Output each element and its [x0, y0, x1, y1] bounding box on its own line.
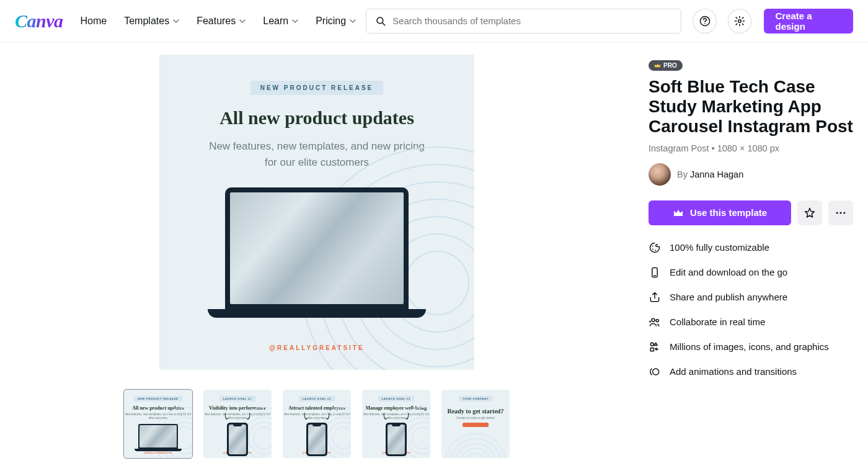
logo[interactable]: Canva — [15, 11, 63, 32]
chevron-down-icon — [173, 18, 179, 24]
preview-pill: NEW PRODUCT RELEASE — [250, 81, 384, 95]
laptop-mockup — [225, 187, 409, 318]
chevron-down-icon — [239, 18, 246, 24]
feature-animations: Add animations and transitions — [649, 366, 853, 378]
search-input[interactable] — [392, 16, 672, 26]
feature-collaborate: Collaborate in real time — [649, 316, 853, 328]
svg-point-7 — [843, 212, 845, 214]
svg-line-1 — [383, 23, 385, 25]
thumbnail-5[interactable]: YOUR COMPANY Ready to get started? Conta… — [441, 390, 510, 458]
svg-point-5 — [836, 212, 838, 214]
gear-icon — [734, 16, 745, 27]
svg-rect-16 — [650, 348, 653, 351]
svg-point-4 — [738, 19, 742, 22]
search-input-wrap[interactable] — [366, 9, 681, 34]
chevron-down-icon — [350, 18, 356, 24]
feature-mobile: Edit and download on the go — [649, 266, 853, 279]
create-design-button[interactable]: Create a design — [764, 9, 853, 34]
phone-icon — [649, 266, 661, 279]
svg-point-8 — [652, 245, 653, 246]
svg-point-6 — [840, 212, 842, 214]
nav-templates[interactable]: Templates — [124, 16, 179, 27]
avatar — [649, 163, 671, 186]
author-row[interactable]: By Janna Hagan — [649, 163, 853, 186]
thumbnail-4[interactable]: LAUNCH GOAL #3 Manage employee well-bein… — [362, 390, 430, 458]
svg-point-9 — [652, 248, 653, 249]
feature-share: Share and publish anywhere — [649, 291, 853, 303]
share-icon — [649, 291, 661, 303]
thumbnail-1[interactable]: NEW PRODUCT RELEASE All new product upda… — [124, 390, 192, 458]
author-byline: By Janna Hagan — [677, 169, 743, 179]
svg-point-15 — [650, 343, 653, 346]
search-icon — [375, 16, 386, 27]
primary-nav: Home Templates Features Learn Pricing — [81, 16, 356, 27]
palette-icon — [649, 241, 661, 254]
help-button[interactable] — [693, 9, 717, 34]
svg-point-0 — [377, 17, 383, 24]
svg-point-3 — [704, 22, 706, 24]
nav-home[interactable]: Home — [81, 16, 107, 27]
svg-point-17 — [653, 369, 659, 375]
action-row: Use this template — [649, 200, 853, 225]
details-column: PRO Soft Blue Tech Case Study Marketing … — [649, 55, 853, 458]
feature-assets: Millions of images, icons, and graphics — [649, 341, 853, 353]
preview-column: NEW PRODUCT RELEASE All new product upda… — [15, 55, 619, 458]
star-button[interactable] — [797, 200, 822, 225]
more-icon — [835, 207, 847, 219]
template-meta: Instagram Post • 1080 × 1080 px — [649, 143, 853, 153]
crown-icon — [654, 63, 661, 68]
nav-learn[interactable]: Learn — [263, 16, 298, 27]
thumbnail-strip: NEW PRODUCT RELEASE All new product upda… — [124, 390, 510, 458]
svg-point-14 — [656, 319, 658, 321]
nav-features[interactable]: Features — [197, 16, 246, 27]
help-icon — [699, 16, 711, 27]
use-template-button[interactable]: Use this template — [649, 200, 791, 225]
template-preview[interactable]: NEW PRODUCT RELEASE All new product upda… — [159, 55, 474, 370]
thumbnail-3[interactable]: LAUNCH GOAL #2 Attract talented employee… — [283, 390, 351, 458]
star-icon — [804, 207, 816, 219]
pro-badge: PRO — [649, 60, 683, 71]
preview-title: All new product updates — [219, 107, 414, 128]
shapes-icon — [649, 341, 661, 353]
more-button[interactable] — [828, 200, 853, 225]
thumbnail-2[interactable]: LAUNCH GOAL #1 Visibility into performan… — [203, 390, 272, 458]
svg-point-10 — [655, 249, 656, 251]
settings-button[interactable] — [728, 9, 752, 34]
users-icon — [649, 316, 661, 328]
animation-icon — [649, 366, 661, 378]
header: Canva Home Templates Features Learn Pric… — [0, 0, 868, 42]
features-list: 100% fully customizable Edit and downloa… — [649, 241, 853, 378]
chevron-down-icon — [292, 18, 298, 24]
preview-handle: @REALLYGREATSITE — [269, 344, 364, 351]
feature-customizable: 100% fully customizable — [649, 241, 853, 254]
main: NEW PRODUCT RELEASE All new product upda… — [0, 42, 868, 463]
crown-icon — [673, 209, 684, 217]
nav-pricing[interactable]: Pricing — [316, 16, 356, 27]
template-title: Soft Blue Tech Case Study Marketing App … — [649, 77, 853, 137]
svg-point-13 — [652, 318, 655, 321]
